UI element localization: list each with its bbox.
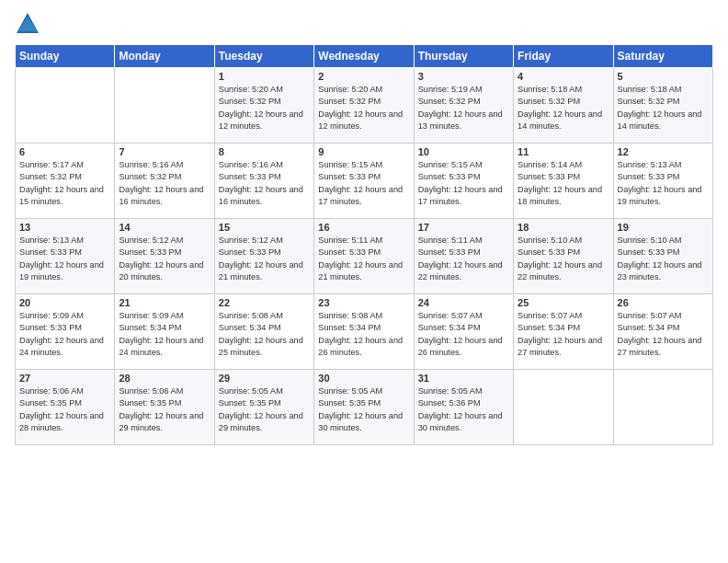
day-number: 15 bbox=[219, 222, 310, 233]
cell-info: Sunrise: 5:14 AM Sunset: 5:33 PM Dayligh… bbox=[518, 159, 609, 208]
cell-info: Sunrise: 5:07 AM Sunset: 5:34 PM Dayligh… bbox=[618, 310, 709, 359]
calendar-cell: 30Sunrise: 5:05 AM Sunset: 5:35 PM Dayli… bbox=[314, 370, 414, 445]
calendar-cell bbox=[16, 68, 115, 144]
logo-icon bbox=[15, 11, 40, 37]
day-number: 30 bbox=[318, 373, 409, 384]
cell-info: Sunrise: 5:05 AM Sunset: 5:35 PM Dayligh… bbox=[318, 385, 409, 434]
calendar-header: SundayMondayTuesdayWednesdayThursdayFrid… bbox=[16, 45, 713, 68]
cell-info: Sunrise: 5:07 AM Sunset: 5:34 PM Dayligh… bbox=[518, 310, 609, 359]
calendar-cell: 5Sunrise: 5:18 AM Sunset: 5:32 PM Daylig… bbox=[613, 68, 712, 144]
cell-info: Sunrise: 5:15 AM Sunset: 5:33 PM Dayligh… bbox=[418, 159, 509, 208]
cell-info: Sunrise: 5:16 AM Sunset: 5:33 PM Dayligh… bbox=[219, 159, 310, 208]
calendar-cell: 3Sunrise: 5:19 AM Sunset: 5:32 PM Daylig… bbox=[414, 68, 513, 144]
calendar-cell bbox=[613, 370, 712, 445]
header-cell-tuesday: Tuesday bbox=[214, 45, 313, 68]
day-number: 12 bbox=[618, 146, 709, 157]
calendar-table: SundayMondayTuesdayWednesdayThursdayFrid… bbox=[15, 44, 713, 445]
cell-info: Sunrise: 5:12 AM Sunset: 5:33 PM Dayligh… bbox=[219, 235, 310, 283]
day-number: 1 bbox=[219, 71, 310, 82]
calendar-cell: 31Sunrise: 5:05 AM Sunset: 5:36 PM Dayli… bbox=[414, 370, 513, 445]
day-number: 26 bbox=[618, 297, 709, 308]
day-number: 5 bbox=[618, 71, 709, 82]
calendar-cell: 10Sunrise: 5:15 AM Sunset: 5:33 PM Dayli… bbox=[414, 144, 513, 219]
calendar-cell: 29Sunrise: 5:05 AM Sunset: 5:35 PM Dayli… bbox=[214, 370, 313, 445]
calendar-cell: 8Sunrise: 5:16 AM Sunset: 5:33 PM Daylig… bbox=[214, 144, 313, 219]
day-number: 29 bbox=[219, 373, 310, 384]
cell-info: Sunrise: 5:15 AM Sunset: 5:33 PM Dayligh… bbox=[318, 159, 409, 208]
cell-info: Sunrise: 5:07 AM Sunset: 5:34 PM Dayligh… bbox=[418, 310, 509, 359]
calendar-body: 1Sunrise: 5:20 AM Sunset: 5:32 PM Daylig… bbox=[16, 68, 713, 445]
day-number: 6 bbox=[19, 146, 110, 157]
calendar-cell bbox=[514, 370, 613, 445]
calendar-cell: 17Sunrise: 5:11 AM Sunset: 5:33 PM Dayli… bbox=[414, 219, 513, 294]
calendar-cell: 16Sunrise: 5:11 AM Sunset: 5:33 PM Dayli… bbox=[314, 219, 414, 294]
cell-info: Sunrise: 5:19 AM Sunset: 5:32 PM Dayligh… bbox=[418, 84, 509, 132]
day-number: 18 bbox=[518, 222, 609, 233]
cell-info: Sunrise: 5:08 AM Sunset: 5:34 PM Dayligh… bbox=[318, 310, 409, 359]
page-container: SundayMondayTuesdayWednesdayThursdayFrid… bbox=[0, 0, 728, 563]
calendar-cell bbox=[115, 68, 214, 144]
week-row-2: 6Sunrise: 5:17 AM Sunset: 5:32 PM Daylig… bbox=[16, 144, 713, 219]
day-number: 13 bbox=[19, 222, 110, 233]
week-row-5: 27Sunrise: 5:06 AM Sunset: 5:35 PM Dayli… bbox=[16, 370, 713, 445]
calendar-cell: 24Sunrise: 5:07 AM Sunset: 5:34 PM Dayli… bbox=[414, 294, 513, 370]
cell-info: Sunrise: 5:06 AM Sunset: 5:35 PM Dayligh… bbox=[19, 385, 110, 434]
day-number: 9 bbox=[318, 146, 409, 157]
calendar-cell: 15Sunrise: 5:12 AM Sunset: 5:33 PM Dayli… bbox=[214, 219, 313, 294]
cell-info: Sunrise: 5:20 AM Sunset: 5:32 PM Dayligh… bbox=[318, 84, 409, 132]
cell-info: Sunrise: 5:13 AM Sunset: 5:33 PM Dayligh… bbox=[618, 159, 709, 208]
cell-info: Sunrise: 5:17 AM Sunset: 5:32 PM Dayligh… bbox=[19, 159, 110, 208]
day-number: 25 bbox=[518, 297, 609, 308]
day-number: 11 bbox=[518, 146, 609, 157]
day-number: 31 bbox=[418, 373, 509, 384]
calendar-cell: 11Sunrise: 5:14 AM Sunset: 5:33 PM Dayli… bbox=[514, 144, 613, 219]
cell-info: Sunrise: 5:11 AM Sunset: 5:33 PM Dayligh… bbox=[418, 235, 509, 283]
day-number: 28 bbox=[119, 373, 210, 384]
cell-info: Sunrise: 5:10 AM Sunset: 5:33 PM Dayligh… bbox=[618, 235, 709, 283]
day-number: 2 bbox=[318, 71, 409, 82]
calendar-cell: 14Sunrise: 5:12 AM Sunset: 5:33 PM Dayli… bbox=[115, 219, 214, 294]
cell-info: Sunrise: 5:09 AM Sunset: 5:33 PM Dayligh… bbox=[19, 310, 110, 359]
day-number: 8 bbox=[219, 146, 310, 157]
calendar-cell: 21Sunrise: 5:09 AM Sunset: 5:34 PM Dayli… bbox=[115, 294, 214, 370]
week-row-1: 1Sunrise: 5:20 AM Sunset: 5:32 PM Daylig… bbox=[16, 68, 713, 144]
day-number: 21 bbox=[119, 297, 210, 308]
cell-info: Sunrise: 5:08 AM Sunset: 5:34 PM Dayligh… bbox=[219, 310, 310, 359]
header-cell-monday: Monday bbox=[115, 45, 214, 68]
calendar-cell: 22Sunrise: 5:08 AM Sunset: 5:34 PM Dayli… bbox=[214, 294, 313, 370]
header-cell-saturday: Saturday bbox=[613, 45, 712, 68]
calendar-cell: 26Sunrise: 5:07 AM Sunset: 5:34 PM Dayli… bbox=[613, 294, 712, 370]
calendar-cell: 19Sunrise: 5:10 AM Sunset: 5:33 PM Dayli… bbox=[613, 219, 712, 294]
day-number: 24 bbox=[418, 297, 509, 308]
day-number: 7 bbox=[119, 146, 210, 157]
week-row-4: 20Sunrise: 5:09 AM Sunset: 5:33 PM Dayli… bbox=[16, 294, 713, 370]
cell-info: Sunrise: 5:10 AM Sunset: 5:33 PM Dayligh… bbox=[518, 235, 609, 283]
header-row: SundayMondayTuesdayWednesdayThursdayFrid… bbox=[16, 45, 713, 68]
day-number: 10 bbox=[418, 146, 509, 157]
week-row-3: 13Sunrise: 5:13 AM Sunset: 5:33 PM Dayli… bbox=[16, 219, 713, 294]
calendar-cell: 27Sunrise: 5:06 AM Sunset: 5:35 PM Dayli… bbox=[16, 370, 115, 445]
cell-info: Sunrise: 5:20 AM Sunset: 5:32 PM Dayligh… bbox=[219, 84, 310, 132]
header-cell-sunday: Sunday bbox=[16, 45, 115, 68]
calendar-cell: 13Sunrise: 5:13 AM Sunset: 5:33 PM Dayli… bbox=[16, 219, 115, 294]
header-cell-thursday: Thursday bbox=[414, 45, 513, 68]
day-number: 20 bbox=[19, 297, 110, 308]
calendar-cell: 7Sunrise: 5:16 AM Sunset: 5:32 PM Daylig… bbox=[115, 144, 214, 219]
calendar-cell: 2Sunrise: 5:20 AM Sunset: 5:32 PM Daylig… bbox=[314, 68, 414, 144]
calendar-cell: 4Sunrise: 5:18 AM Sunset: 5:32 PM Daylig… bbox=[514, 68, 613, 144]
day-number: 22 bbox=[219, 297, 310, 308]
page-header bbox=[15, 11, 713, 37]
cell-info: Sunrise: 5:12 AM Sunset: 5:33 PM Dayligh… bbox=[119, 235, 210, 283]
day-number: 14 bbox=[119, 222, 210, 233]
cell-info: Sunrise: 5:06 AM Sunset: 5:35 PM Dayligh… bbox=[119, 385, 210, 434]
cell-info: Sunrise: 5:05 AM Sunset: 5:35 PM Dayligh… bbox=[219, 385, 310, 434]
calendar-cell: 9Sunrise: 5:15 AM Sunset: 5:33 PM Daylig… bbox=[314, 144, 414, 219]
cell-info: Sunrise: 5:11 AM Sunset: 5:33 PM Dayligh… bbox=[318, 235, 409, 283]
svg-marker-1 bbox=[18, 17, 37, 31]
day-number: 17 bbox=[418, 222, 509, 233]
cell-info: Sunrise: 5:18 AM Sunset: 5:32 PM Dayligh… bbox=[618, 84, 709, 132]
day-number: 16 bbox=[318, 222, 409, 233]
header-cell-wednesday: Wednesday bbox=[314, 45, 414, 68]
day-number: 27 bbox=[19, 373, 110, 384]
calendar-cell: 28Sunrise: 5:06 AM Sunset: 5:35 PM Dayli… bbox=[115, 370, 214, 445]
